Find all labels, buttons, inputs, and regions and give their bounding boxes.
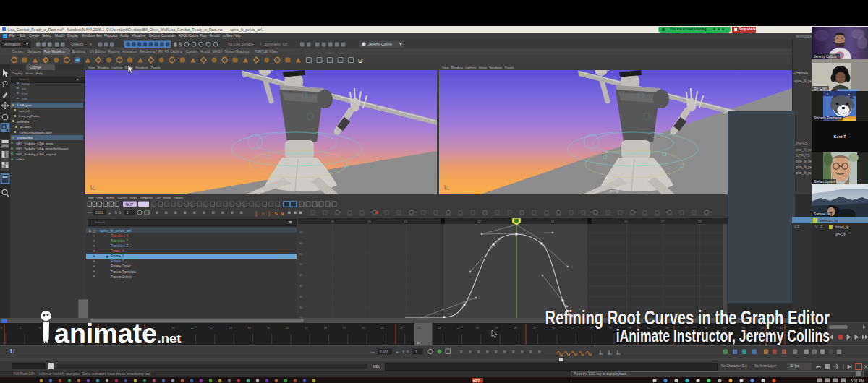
- svg-text:6:01 PM: 6:01 PM: [851, 379, 864, 383]
- svg-text:| Symmetry: Off: | Symmetry: Off: [260, 42, 288, 46]
- svg-text:Kent T: Kent T: [833, 134, 846, 139]
- svg-text:60: 60: [299, 241, 303, 245]
- svg-text:40: 40: [299, 284, 303, 288]
- svg-text:U: U: [358, 57, 363, 64]
- svg-text:⌡: ⌡: [268, 211, 271, 217]
- svg-text:Bill Chen: Bill Chen: [814, 87, 828, 90]
- svg-text:18: 18: [331, 220, 334, 223]
- svg-text:∩: ∩: [261, 211, 265, 216]
- svg-text:Samuel Na: Samuel Na: [814, 212, 831, 216]
- svg-text:∿: ∿: [274, 211, 278, 216]
- svg-text:Stefan Lipsius: Stefan Lipsius: [814, 180, 836, 184]
- svg-text:1: 1: [415, 350, 417, 354]
- svg-text:26: 26: [624, 220, 628, 223]
- svg-text:2: 2: [20, 326, 22, 330]
- svg-text:Jeremy Collins: Jeremy Collins: [814, 55, 837, 59]
- svg-text:0.001: 0.001: [95, 211, 104, 215]
- svg-text:Objects: Objects: [71, 42, 83, 46]
- svg-text:55: 55: [299, 252, 303, 256]
- svg-text:⇅ ⇅: ⇅ ⇅: [402, 350, 409, 354]
- svg-text:48.27: 48.27: [125, 203, 134, 207]
- svg-text:22: 22: [477, 220, 481, 223]
- svg-text:24: 24: [551, 220, 555, 223]
- svg-text:0.001: 0.001: [380, 350, 388, 354]
- svg-text:⌠: ⌠: [255, 211, 258, 218]
- svg-text:+: +: [396, 350, 399, 355]
- svg-text:28: 28: [698, 220, 702, 223]
- svg-text:KEY: KEY: [473, 379, 480, 383]
- svg-text:∨: ∨: [281, 211, 284, 216]
- svg-text:persp: persp: [610, 189, 619, 193]
- svg-text:T: T: [43, 56, 47, 64]
- svg-text:50: 50: [299, 262, 303, 266]
- svg-text:animate: animate: [54, 319, 157, 345]
- svg-text:⇅ ⇅: ⇅ ⇅: [114, 210, 122, 215]
- svg-text:11: 11: [191, 326, 195, 330]
- svg-text:Jeremy Collins: Jeremy Collins: [368, 42, 392, 46]
- svg-text:1: 1: [1, 326, 3, 330]
- svg-text:.net: .net: [158, 332, 182, 345]
- svg-text:19: 19: [367, 220, 371, 223]
- svg-text:27: 27: [661, 220, 665, 223]
- svg-text:Animation: Animation: [4, 42, 20, 46]
- svg-text:35: 35: [299, 295, 303, 298]
- svg-text:—: —: [88, 210, 92, 215]
- svg-text:Siddarth Prashanar: Siddarth Prashanar: [814, 116, 842, 120]
- svg-text:No Live Surface: No Live Surface: [228, 42, 254, 46]
- svg-text:+: +: [109, 211, 111, 215]
- svg-text:45: 45: [299, 273, 303, 277]
- svg-text:65: 65: [299, 231, 303, 234]
- svg-text:persp: persp: [255, 189, 264, 193]
- svg-text:—: —: [370, 350, 375, 354]
- svg-text:20: 20: [404, 220, 408, 223]
